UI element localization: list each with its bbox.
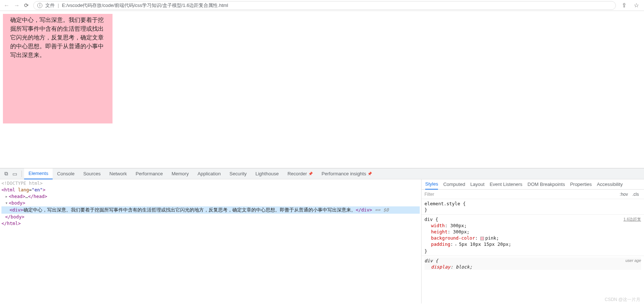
filter-input[interactable]: Filter [424,192,434,197]
tab-performance-insights[interactable]: Performance insights📌 [317,168,376,179]
pin-icon: 📌 [308,172,313,176]
cls-toggle[interactable]: .cls [630,192,641,197]
ua-source: user age [625,258,641,264]
file-label: 文件 [45,2,55,9]
device-toggle-icon[interactable]: ▭ [10,171,19,177]
brace-close: } [424,207,641,213]
share-icon[interactable]: ⇪ [620,2,628,9]
ua-div-selector: div { [424,258,641,264]
prop-height[interactable]: height: 300px; [424,229,641,235]
tab-lighthouse[interactable]: Lighthouse [251,168,283,179]
styles-tabs: Styles Computed Layout Event Listeners D… [422,179,644,190]
expand-icon[interactable]: ▸ [453,243,459,247]
forward-button[interactable]: → [14,2,20,9]
reload-button[interactable]: ⟳ [24,2,29,9]
devtools-tabs: ⧉ ▭ Elements Console Sources Network Per… [0,168,644,179]
prop-background-color[interactable]: background-color: pink; [424,235,641,241]
tab-elements[interactable]: Elements [24,168,53,179]
css-rules[interactable]: element.style { } 1.6边距复 div { width: 30… [422,199,644,304]
url-separator: | [58,3,59,8]
elements-panel[interactable]: <!DOCTYPE html> <html lang="en"> ▸<head>… [0,179,421,304]
styles-panel: Styles Computed Layout Event Listeners D… [421,179,644,304]
body-open-node[interactable]: ▾<body> [1,200,420,206]
prop-width[interactable]: width: 300px; [424,222,641,229]
styles-tab-computed[interactable]: Computed [443,179,465,190]
head-node[interactable]: ▸<head>…</head> [1,193,420,200]
devtools: ⧉ ▭ Elements Console Sources Network Per… [0,168,644,304]
pink-box: 确定中心，写出深意。我们要着于挖掘所写事件中含有的生活哲理或找出它闪光的地方，反… [3,14,113,123]
hov-toggle[interactable]: :hov [617,192,630,197]
tab-console[interactable]: Console [53,168,79,179]
address-bar[interactable]: i 文件 | E:/vscode代码存放/code/前端代码/css学习知识/盒… [33,1,616,10]
color-swatch[interactable] [480,237,484,240]
box-text: 确定中心，写出深意。我们要着于挖掘所写事件中含有的生活哲理或找出它闪光的地方，反… [10,17,104,58]
url-text: E:/vscode代码存放/code/前端代码/css学习知识/盒子模型/1.6… [62,2,228,9]
html-close-node[interactable]: </html> [1,220,420,227]
devtools-body: <!DOCTYPE html> <html lang="en"> ▸<head>… [0,179,644,304]
selected-div-node[interactable]: <div>确定中心，写出深意。我们要着于挖掘所写事件中含有的生活哲理或找出它闪光… [1,206,420,214]
browser-toolbar: ← → ⟳ i 文件 | E:/vscode代码存放/code/前端代码/css… [0,0,644,11]
tab-security[interactable]: Security [225,168,251,179]
back-button[interactable]: ← [4,2,9,9]
styles-tab-accessibility[interactable]: Accessibility [597,179,623,190]
pin-icon: 📌 [367,172,372,176]
tab-sources[interactable]: Sources [79,168,105,179]
bookmark-icon[interactable]: ☆ [632,2,640,9]
styles-filter-bar: Filter :hov .cls [422,190,644,199]
rule-source-link[interactable]: 1.6边距复 [624,216,641,222]
ua-div-rule[interactable]: user age div { display: block; [424,258,641,270]
tab-application[interactable]: Application [193,168,225,179]
styles-tab-properties[interactable]: Properties [570,179,592,190]
html-open-node[interactable]: <html lang="en"> [1,187,420,193]
styles-tab-dom-breakpoints[interactable]: DOM Breakpoints [527,179,565,190]
body-close-node[interactable]: </body> [1,214,420,220]
prop-padding[interactable]: padding: ▸ 5px 10px 15px 20px; [424,241,641,248]
tab-recorder[interactable]: Recorder📌 [283,168,317,179]
doctype-node[interactable]: <!DOCTYPE html> [1,180,420,187]
inspect-icon[interactable]: ⧉ [2,171,10,177]
div-selector[interactable]: div { [424,216,641,222]
styles-tab-event-listeners[interactable]: Event Listeners [489,179,522,190]
divider [22,171,22,177]
tab-performance[interactable]: Performance [131,168,167,179]
tab-network[interactable]: Network [105,168,132,179]
prop-display: display: block; [424,264,641,270]
info-icon: i [37,3,42,8]
page-viewport: 确定中心，写出深意。我们要着于挖掘所写事件中含有的生活哲理或找出它闪光的地方，反… [0,11,644,168]
styles-tab-layout[interactable]: Layout [470,179,484,190]
div-rule[interactable]: 1.6边距复 div { width: 300px; height: 300px… [424,216,641,254]
element-style-selector[interactable]: element.style { [424,201,641,207]
tab-memory[interactable]: Memory [167,168,193,179]
styles-tab-styles[interactable]: Styles [425,179,438,190]
brace-close: } [424,248,641,254]
